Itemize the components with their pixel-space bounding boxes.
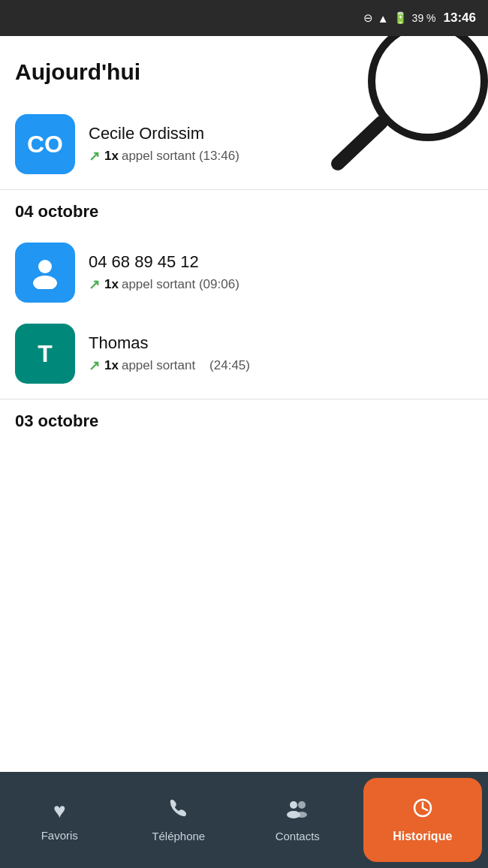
clock: 13:46 [444,11,476,26]
call-item-cecile[interactable]: CO Cecile Ordissim ↗ 1x appel sortant (1… [0,104,488,185]
nav-contacts-label: Contacts [276,830,320,842]
call-name-cecile: Cecile Ordissim [89,124,473,143]
page-title: Aujourd'hui [15,59,140,85]
heart-icon: ♥ [53,799,66,823]
status-icons: ⊖ ▲ 🔋 39 % 13:46 [363,11,476,26]
delete-button[interactable]: 🗑 [434,53,473,92]
outgoing-arrow-unknown: ↗ [89,276,100,293]
section-label-oct04: 04 octobre [0,194,488,232]
nav-telephone-label: Téléphone [152,830,205,842]
call-info-cecile: Cecile Ordissim ↗ 1x appel sortant (13:4… [89,124,473,164]
call-count-cecile: 1x [104,149,119,164]
call-item-thomas[interactable]: T Thomas ↗ 1x appel sortant (24:45) [0,313,488,394]
avatar-thomas: T [15,324,75,384]
call-count-unknown: 1x [104,277,119,292]
nav-telephone[interactable]: Téléphone [119,772,239,868]
call-detail-thomas: ↗ 1x appel sortant (24:45) [89,357,473,374]
call-type-thomas: appel sortant (24:45) [122,358,250,373]
svg-point-4 [290,801,297,809]
status-bar: ⊖ ▲ 🔋 39 % 13:46 [0,0,488,36]
call-name-thomas: Thomas [89,333,473,353]
trash-icon: 🗑 [445,62,462,82]
svg-point-2 [38,260,52,273]
outgoing-arrow-thomas: ↗ [89,357,100,374]
svg-point-3 [33,276,57,289]
avatar-cecile: CO [15,114,75,174]
phone-icon [168,797,189,824]
header: Aujourd'hui 🗑 [0,36,488,104]
section-label-oct03: 03 octobre [0,404,488,442]
avatar-unknown [15,243,75,303]
call-count-thomas: 1x [104,358,119,373]
nav-historique-label: Historique [393,830,452,843]
call-detail-unknown: ↗ 1x appel sortant (09:06) [89,276,473,293]
person-icon [29,256,62,289]
nav-historique[interactable]: Historique [363,778,483,862]
signal-icon: ▲ [378,12,389,25]
contacts-icon [285,797,309,824]
clock-icon [412,797,433,824]
call-name-unknown: 04 68 89 45 12 [89,252,473,272]
nav-favoris[interactable]: ♥ Favoris [0,772,119,868]
divider-oct04-oct03 [0,399,488,399]
svg-line-10 [423,808,427,810]
call-item-unknown[interactable]: 04 68 89 45 12 ↗ 1x appel sortant (09:06… [0,232,488,313]
svg-point-7 [297,812,307,818]
outgoing-arrow-cecile: ↗ [89,148,100,164]
nav-favoris-label: Favoris [41,829,78,842]
battery-icon: 🔋 [393,11,408,25]
battery-level: 39 % [412,12,436,24]
divider-today-oct04 [0,189,488,190]
avatar-text-cecile: CO [27,131,63,158]
dnd-icon: ⊖ [363,11,373,25]
call-info-unknown: 04 68 89 45 12 ↗ 1x appel sortant (09:06… [89,252,473,293]
nav-contacts[interactable]: Contacts [238,772,357,868]
bottom-nav: ♥ Favoris Téléphone Contacts [0,772,488,868]
call-info-thomas: Thomas ↗ 1x appel sortant (24:45) [89,333,473,374]
avatar-text-thomas: T [38,340,53,368]
call-detail-cecile: ↗ 1x appel sortant (13:46) [89,148,473,164]
main-content: Aujourd'hui 🗑 CO Cecile Ordissim ↗ 1x ap… [0,36,488,772]
call-type-cecile: appel sortant (13:46) [122,149,239,164]
call-type-unknown: appel sortant (09:06) [122,277,239,292]
svg-point-6 [298,801,306,809]
